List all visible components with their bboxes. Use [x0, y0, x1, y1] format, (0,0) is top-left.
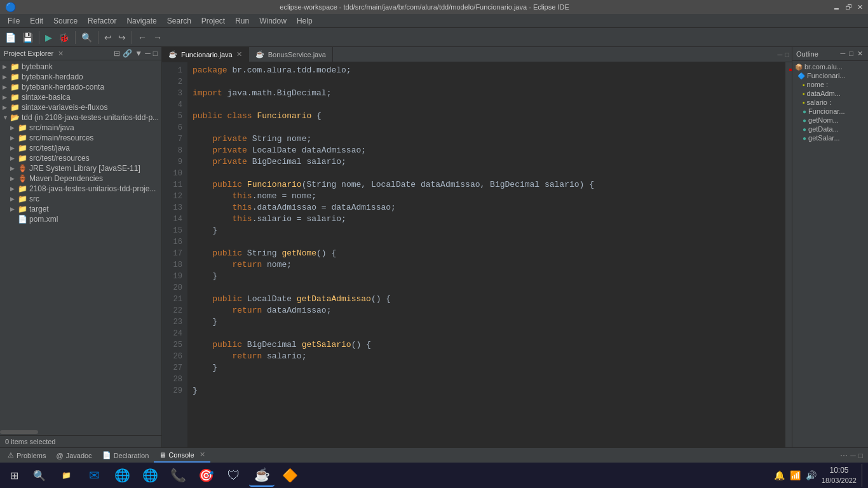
tree-item-2108-folder[interactable]: ▶ 📁 2108-java-testes-unitarios-tdd-proje… [0, 184, 161, 194]
outline-maximize-button[interactable]: □ [848, 49, 855, 58]
outline-item-method-getsalario[interactable]: ● getSalar... [792, 133, 868, 142]
taskbar-edge-1[interactable]: 🌐 [109, 464, 135, 487]
tree-item-maven-dependencies[interactable]: ▶ 🏺 Maven Dependencies [0, 173, 161, 184]
arrow-src-test-resources: ▶ [10, 155, 18, 161]
tab-problems[interactable]: ⚠ Problems [3, 448, 51, 463]
constructor-icon: ● [803, 108, 806, 115]
debug-button[interactable]: 🐞 [56, 31, 72, 44]
outline-item-field-salario[interactable]: ▪ salario : [792, 98, 868, 107]
taskbar-chrome-1[interactable]: 🌐 [137, 464, 163, 487]
tab-label-console: Console [168, 451, 194, 459]
taskbar-app-1[interactable]: 🎯 [193, 464, 219, 487]
maximize-button[interactable]: 🗗 [845, 3, 852, 11]
tree-item-tdd[interactable]: ▼ 📂 tdd (in 2108-java-testes-unitarios-t… [0, 112, 161, 123]
taskbar-outlook[interactable]: ✉ [81, 464, 107, 487]
taskbar-clock[interactable]: 10:05 18/03/2022 [822, 466, 857, 485]
show-desktop-button[interactable] [862, 464, 865, 487]
taskbar-shield[interactable]: 🛡 [221, 464, 247, 487]
scroll-thumb[interactable] [0, 430, 38, 434]
redo-button[interactable]: ↪ [116, 31, 128, 44]
code-editor[interactable]: 12345 678910 1112131415 1617181920 21222… [162, 62, 792, 447]
tab-console[interactable]: 🖥 Console ✕ [154, 448, 210, 463]
tree-item-sintaxe-variaveis[interactable]: ▶ 📁 sintaxe-variaveis-e-fluxos [0, 102, 161, 112]
taskbar-eclipse[interactable]: ☕ [249, 464, 275, 487]
new-button[interactable]: 📄 [3, 31, 18, 44]
tree-item-bytebank-herdado[interactable]: ▶ 📁 bytebank-herdado [0, 72, 161, 82]
minimize-editor-button[interactable]: ─ [778, 51, 783, 58]
taskbar-notifications[interactable]: 🔔 [774, 470, 785, 480]
taskbar-sound[interactable]: 🔊 [806, 470, 817, 480]
tree-item-jre-library[interactable]: ▶ 🏺 JRE System Library [JavaSE-11] [0, 163, 161, 173]
tree-item-src-main-java[interactable]: ▶ 📁 src/main/java [0, 123, 161, 133]
console-close-button[interactable]: ✕ [200, 451, 205, 459]
tab-declaration[interactable]: 📄 Declaration [97, 448, 154, 463]
menu-run[interactable]: Run [230, 15, 254, 27]
tree-item-bytebank-herdado-conta[interactable]: ▶ 📁 bytebank-herdado-conta [0, 82, 161, 92]
bottom-maximize-button[interactable]: □ [858, 451, 863, 460]
menu-edit[interactable]: Edit [25, 15, 48, 27]
back-button[interactable]: ← [135, 31, 149, 44]
tab-javadoc[interactable]: @ Javadoc [51, 448, 97, 463]
outline-item-method-getnome[interactable]: ● getNom... [792, 116, 868, 125]
close-button[interactable]: ✕ [857, 3, 863, 11]
tree-item-target[interactable]: ▶ 📁 target [0, 204, 161, 214]
menu-refactor[interactable]: Refactor [83, 15, 121, 27]
outline-item-field-dataadmissao[interactable]: ▪ dataAdm... [792, 89, 868, 98]
tree-item-pom-xml[interactable]: ▶ 📄 pom.xml [0, 214, 161, 224]
outline-label-method-getsalario: getSalar... [808, 134, 840, 142]
taskbar-teams[interactable]: 📞 [165, 464, 191, 487]
arrow-target: ▶ [10, 206, 18, 212]
taskbar-app-2[interactable]: 🔶 [277, 464, 302, 487]
menu-help[interactable]: Help [292, 15, 318, 27]
tree-item-sintaxe-basica[interactable]: ▶ 📁 sintaxe-basica [0, 92, 161, 102]
outline-item-constructor[interactable]: ● Funcionar... [792, 107, 868, 116]
forward-button[interactable]: → [151, 31, 165, 44]
bottom-minimize-button[interactable]: ─ [850, 451, 856, 460]
undo-button[interactable]: ↩ [102, 31, 114, 44]
tab-bonusservice[interactable]: ☕ BonusService.java [249, 47, 333, 62]
search-taskbar-button[interactable]: 🔍 [28, 464, 51, 487]
tree-item-src-test-java[interactable]: ▶ 📁 src/test/java [0, 143, 161, 153]
menu-source[interactable]: Source [48, 15, 83, 27]
tree-item-src[interactable]: ▶ 📁 src [0, 194, 161, 204]
tree-item-bytebank[interactable]: ▶ 📁 bytebank [0, 62, 161, 72]
minimize-panel-button[interactable]: ─ [145, 49, 151, 58]
bottom-action-1[interactable]: ⋯ [840, 451, 848, 460]
editor-tab-actions: ─ □ [333, 47, 792, 62]
outline-close-button[interactable]: ✕ [856, 49, 864, 58]
outline-minimize-button[interactable]: ─ [839, 49, 847, 58]
project-explorer-close[interactable]: ✕ [58, 50, 64, 57]
start-button[interactable]: ⊞ [3, 464, 25, 487]
maximize-editor-button[interactable]: □ [785, 51, 789, 58]
editor-scrollbar-right[interactable] [785, 62, 792, 447]
taskbar-network[interactable]: 📶 [790, 470, 801, 480]
title-bar-icon: 🔵 [5, 2, 16, 12]
menu-navigate[interactable]: Navigate [121, 15, 161, 27]
maximize-panel-button[interactable]: □ [153, 49, 158, 58]
tree-item-src-test-resources[interactable]: ▶ 📁 src/test/resources [0, 153, 161, 163]
tree-item-src-main-resources[interactable]: ▶ 📁 src/main/resources [0, 133, 161, 143]
code-content[interactable]: package br.com.alura.tdd.modelo; import … [187, 62, 785, 447]
view-menu-button[interactable]: ▼ [135, 49, 142, 58]
tab-funcionario[interactable]: ☕ Funcionario.java ✕ [162, 47, 249, 62]
save-button[interactable]: 💾 [20, 31, 36, 44]
outline-item-package[interactable]: 📦 br.com.alu... [792, 62, 868, 71]
run-button[interactable]: ▶ [43, 31, 55, 44]
javadoc-icon: @ [56, 452, 63, 459]
menu-file[interactable]: File [3, 15, 25, 27]
menu-search[interactable]: Search [162, 15, 196, 27]
minimize-button[interactable]: 🗕 [833, 3, 840, 11]
menu-window[interactable]: Window [254, 15, 292, 27]
outline-item-method-getdata[interactable]: ● getData... [792, 125, 868, 133]
search-button[interactable]: 🔍 [79, 31, 95, 44]
outline-item-class[interactable]: 🔷 Funcionari... [792, 71, 868, 80]
menu-project[interactable]: Project [196, 15, 230, 27]
taskbar-file-explorer[interactable]: 📁 [53, 464, 79, 487]
panel-actions: ⊟ 🔗 ▼ ─ □ [114, 49, 158, 58]
outline-item-field-nome[interactable]: ▪ nome : [792, 80, 868, 89]
tree-label-src-main-java: src/main/java [29, 123, 74, 132]
tab-close-funcionario[interactable]: ✕ [236, 50, 242, 58]
collapse-all-button[interactable]: ⊟ [114, 49, 120, 58]
link-editor-button[interactable]: 🔗 [123, 49, 132, 58]
horizontal-scrollbar[interactable] [0, 429, 161, 435]
